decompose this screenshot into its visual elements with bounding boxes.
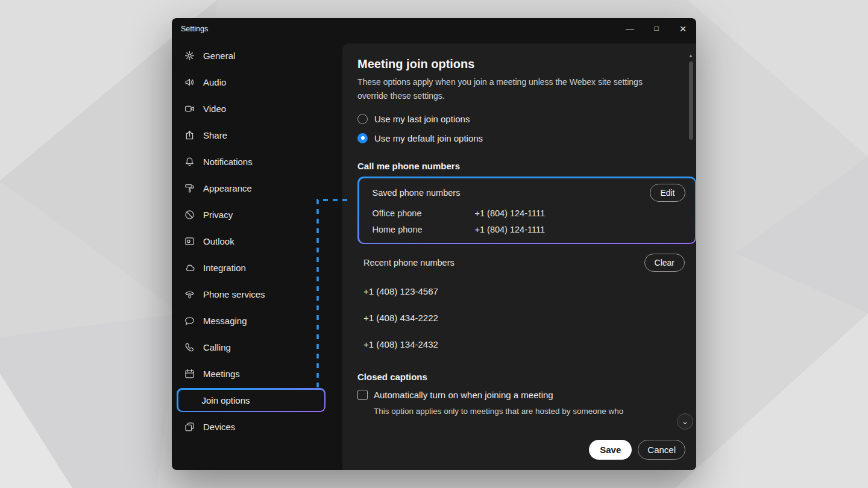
- sidebar-item-label: Meetings: [203, 369, 240, 379]
- bell-icon: [184, 157, 195, 167]
- sidebar-item-meetings[interactable]: Meetings: [172, 360, 342, 387]
- sidebar-item-phone-services[interactable]: Phone services: [172, 281, 342, 307]
- sidebar-item-label: Devices: [203, 422, 235, 432]
- sidebar-item-messaging[interactable]: Messaging: [172, 307, 342, 334]
- sidebar-item-notifications[interactable]: Notifications: [172, 148, 342, 175]
- checkbox-icon[interactable]: [357, 390, 368, 400]
- settings-sidebar: General Audio Video Share Notifications: [172, 40, 342, 470]
- page-title: Meeting join options: [357, 56, 685, 72]
- minimize-button[interactable]: —: [617, 18, 643, 40]
- privacy-icon: [184, 210, 195, 220]
- save-button[interactable]: Save: [589, 440, 632, 460]
- radio-selected-icon[interactable]: [357, 133, 368, 143]
- radio-icon[interactable]: [357, 114, 368, 124]
- speaker-icon: [184, 77, 195, 87]
- sidebar-item-label: Notifications: [203, 157, 253, 167]
- join-options-radio-group: Use my last join options Use my default …: [357, 109, 685, 148]
- window-title: Settings: [181, 25, 208, 33]
- sidebar-item-audio[interactable]: Audio: [172, 69, 342, 95]
- radio-label: Use my last join options: [374, 114, 470, 124]
- sidebar-item-general[interactable]: General: [172, 42, 342, 69]
- cloud-icon: [184, 263, 195, 273]
- settings-window: Settings — □ × General Audio Video: [172, 18, 696, 470]
- sidebar-item-join-options[interactable]: Join options: [178, 390, 324, 411]
- sidebar-item-devices[interactable]: Devices: [172, 413, 342, 440]
- cancel-button[interactable]: Cancel: [638, 440, 685, 460]
- sidebar-item-label: Phone services: [203, 289, 265, 299]
- clear-button[interactable]: Clear: [644, 254, 685, 272]
- page-description: These options apply when you join a meet…: [357, 75, 671, 103]
- sidebar-item-label: Privacy: [203, 210, 233, 220]
- scrollbar-thumb[interactable]: [689, 61, 693, 140]
- sidebar-item-label: Video: [203, 104, 226, 114]
- office-phone-value: +1 (804) 124-1111: [475, 208, 546, 218]
- desk-phone-icon: [184, 289, 195, 299]
- meeting-join-options-panel: Meeting join options These options apply…: [342, 43, 696, 470]
- sidebar-item-share[interactable]: Share: [172, 122, 342, 148]
- appearance-icon: [184, 183, 195, 193]
- home-phone-row: Home phone +1 (804) 124-1111: [373, 225, 685, 234]
- radio-label: Use my default join options: [374, 133, 483, 143]
- radio-last-join-options[interactable]: Use my last join options: [357, 109, 685, 128]
- scrollbar-up-arrow-icon[interactable]: ▲: [688, 53, 693, 58]
- call-me-heading: Call me phone numbers: [357, 161, 685, 171]
- saved-phone-numbers-label: Saved phone numbers: [373, 188, 461, 198]
- sidebar-item-calling[interactable]: Calling: [172, 334, 342, 360]
- chat-icon: [184, 316, 195, 326]
- recent-phone-numbers-label: Recent phone numbers: [363, 258, 454, 267]
- camera-icon: [184, 104, 195, 114]
- footer-actions: Save Cancel: [589, 440, 685, 460]
- recent-number-item[interactable]: +1 (408) 434-2222: [357, 313, 685, 325]
- edit-button[interactable]: Edit: [650, 184, 685, 202]
- saved-phone-numbers-card: Saved phone numbers Edit Office phone +1…: [359, 178, 695, 243]
- sidebar-item-label: Messaging: [203, 316, 247, 326]
- sidebar-item-outlook[interactable]: Outlook: [172, 228, 342, 254]
- titlebar: Settings — □ ×: [172, 18, 696, 40]
- maximize-button[interactable]: □: [643, 18, 670, 40]
- office-phone-label: Office phone: [373, 208, 475, 218]
- home-phone-value: +1 (804) 124-1111: [475, 225, 546, 234]
- devices-icon: [184, 422, 195, 432]
- scroll-down-button[interactable]: ⌄: [677, 413, 693, 430]
- sidebar-item-label: Appearance: [203, 183, 252, 193]
- saved-numbers-highlight: Saved phone numbers Edit Office phone +1…: [357, 177, 696, 244]
- phone-icon: [184, 342, 195, 352]
- calendar-icon: [184, 369, 195, 379]
- office-phone-row: Office phone +1 (804) 124-1111: [373, 208, 685, 218]
- recent-phone-numbers-row: Recent phone numbers Clear: [357, 254, 696, 272]
- sidebar-item-label: Integration: [203, 263, 246, 273]
- closed-captions-checkbox-row[interactable]: Automatically turn on when joining a mee…: [357, 390, 685, 400]
- join-options-highlight: Join options: [177, 388, 326, 412]
- window-controls: — □ ×: [617, 18, 696, 40]
- gear-icon: [184, 51, 195, 61]
- closed-captions-heading: Closed captions: [357, 372, 685, 382]
- sidebar-item-label: Join options: [202, 395, 250, 405]
- sidebar-item-video[interactable]: Video: [172, 95, 342, 122]
- close-button[interactable]: ×: [670, 18, 696, 40]
- sidebar-item-join-options-slot: Join options: [172, 387, 342, 413]
- checkbox-label: Automatically turn on when joining a mee…: [374, 390, 553, 400]
- outlook-icon: [184, 236, 195, 246]
- sidebar-item-label: Calling: [203, 342, 231, 352]
- recent-number-item[interactable]: +1 (408) 134-2432: [357, 339, 685, 351]
- radio-default-join-options[interactable]: Use my default join options: [357, 128, 685, 148]
- sidebar-item-integration[interactable]: Integration: [172, 254, 342, 281]
- sidebar-item-label: Outlook: [203, 236, 234, 246]
- sidebar-item-label: Share: [203, 130, 227, 140]
- sidebar-item-privacy[interactable]: Privacy: [172, 201, 342, 228]
- chevron-down-icon: ⌄: [682, 417, 688, 426]
- sidebar-item-appearance[interactable]: Appearance: [172, 175, 342, 201]
- share-icon: [184, 130, 195, 140]
- closed-captions-note: This option applies only to meetings tha…: [374, 405, 675, 418]
- sidebar-item-label: Audio: [203, 77, 226, 87]
- recent-number-item[interactable]: +1 (408) 123-4567: [357, 286, 685, 298]
- home-phone-label: Home phone: [373, 225, 475, 234]
- sidebar-item-label: General: [203, 51, 235, 61]
